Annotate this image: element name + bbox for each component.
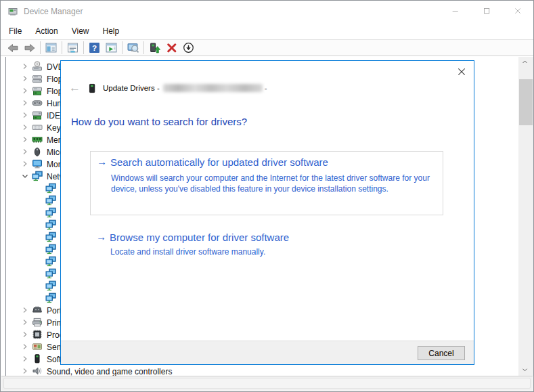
console-tree-icon <box>45 42 57 53</box>
forward-button[interactable] <box>21 41 38 56</box>
help-button[interactable]: ? <box>86 41 103 56</box>
menu-action[interactable]: Action <box>28 24 64 39</box>
chevron-collapsed-icon[interactable] <box>20 73 30 84</box>
help-icon: ? <box>89 42 100 53</box>
network-adapter-icon <box>45 183 56 194</box>
dialog-heading: How do you want to search for drivers? <box>71 116 247 127</box>
toolbar-divider <box>40 41 41 54</box>
back-button[interactable] <box>4 41 21 56</box>
chevron-collapsed-icon[interactable] <box>20 329 30 340</box>
title-bar: Device Manager <box>1 1 533 22</box>
window-title: Device Manager <box>24 7 83 16</box>
network-adapter-icon <box>45 219 56 230</box>
disable-icon <box>183 42 194 53</box>
chevron-collapsed-icon[interactable] <box>20 366 30 376</box>
chevron-collapsed-icon[interactable] <box>20 97 30 108</box>
network-adapter-icon <box>32 171 43 181</box>
redacted-device-name <box>163 84 263 92</box>
chevron-up-icon <box>522 59 530 67</box>
network-adapter-icon <box>45 292 56 303</box>
option-browse-computer[interactable]: →Browse my computer for driver softwareL… <box>90 227 443 269</box>
scroll-down-button[interactable] <box>518 364 533 376</box>
sensor-icon <box>32 341 43 352</box>
printer-icon <box>32 317 43 328</box>
chevron-collapsed-icon[interactable] <box>20 305 30 315</box>
dialog-close-button[interactable] <box>455 65 468 79</box>
menu-view[interactable]: View <box>65 24 96 39</box>
chevron-collapsed-icon[interactable] <box>20 110 30 121</box>
keyboard-icon <box>32 122 43 133</box>
device-manager-window: Device Manager File Action View Help ? D… <box>0 0 534 392</box>
scroll-up-button[interactable] <box>518 57 533 68</box>
chevron-collapsed-icon[interactable] <box>20 85 30 96</box>
action-pane-icon <box>106 42 117 53</box>
chevron-collapsed-icon[interactable] <box>20 134 30 145</box>
network-adapter-icon <box>45 268 56 279</box>
toolbar: ? <box>1 39 533 56</box>
scrollbar-thumb[interactable] <box>519 79 533 125</box>
toolbar-divider <box>62 41 62 54</box>
toolbar-divider <box>143 41 144 54</box>
chevron-collapsed-icon[interactable] <box>20 158 30 169</box>
chevron-collapsed-icon[interactable] <box>20 317 30 328</box>
action-pane-button[interactable] <box>103 41 120 56</box>
dialog-title-suffix: - <box>265 84 267 92</box>
option-title[interactable]: Search automatically for updated driver … <box>110 156 328 168</box>
hid-icon <box>32 97 43 108</box>
tree-row[interactable]: Sound, video and game controllers <box>6 365 533 376</box>
chevron-collapsed-icon[interactable] <box>20 341 30 352</box>
back-icon <box>7 43 19 53</box>
dialog-header: ← Update Drivers - - <box>69 81 267 95</box>
menu-file[interactable]: File <box>2 24 28 39</box>
toolbar-divider <box>122 41 123 54</box>
software-device-icon <box>88 82 97 95</box>
device-manager-icon <box>7 6 18 17</box>
close-button[interactable] <box>502 1 533 22</box>
menu-bar: File Action View Help <box>1 22 533 39</box>
vertical-scrollbar[interactable] <box>518 57 533 376</box>
memory-icon <box>32 134 43 145</box>
scan-hardware-button[interactable] <box>125 41 141 56</box>
chevron-expanded-icon[interactable] <box>20 171 30 181</box>
option-description: Locate and install driver software manua… <box>110 246 431 257</box>
network-adapter-icon <box>45 195 56 206</box>
properties-button[interactable] <box>64 41 81 56</box>
option-search-automatically[interactable]: →Search automatically for updated driver… <box>90 151 443 215</box>
minimize-icon <box>451 7 460 16</box>
chevron-collapsed-icon[interactable] <box>20 61 30 72</box>
floppy-controller-icon <box>32 85 43 96</box>
arrow-right-icon: → <box>97 156 107 167</box>
toolbar-divider <box>83 41 84 54</box>
close-icon <box>514 7 522 16</box>
cancel-button[interactable]: Cancel <box>418 346 465 360</box>
properties-icon <box>67 42 79 53</box>
uninstall-icon <box>166 42 177 53</box>
maximize-icon <box>483 7 491 16</box>
status-bar <box>1 376 533 391</box>
chevron-collapsed-icon[interactable] <box>20 122 30 133</box>
dialog-footer: Cancel <box>61 341 474 364</box>
network-adapter-icon <box>45 280 56 291</box>
floppy-drive-icon <box>32 73 43 84</box>
minimize-button[interactable] <box>440 1 471 22</box>
status-bar-text <box>3 378 531 389</box>
back-arrow-icon[interactable]: ← <box>69 81 84 95</box>
option-description: Windows will search your computer and th… <box>111 173 432 194</box>
option-title[interactable]: Browse my computer for driver software <box>110 232 289 243</box>
menu-help[interactable]: Help <box>96 24 127 39</box>
chevron-down-icon <box>522 366 530 374</box>
ports-icon <box>32 305 43 315</box>
svg-text:?: ? <box>92 43 97 52</box>
maximize-button[interactable] <box>471 1 502 22</box>
uninstall-button[interactable] <box>163 41 180 56</box>
update-driver-button[interactable] <box>146 41 163 56</box>
chevron-collapsed-icon[interactable] <box>20 353 30 364</box>
chevron-collapsed-icon[interactable] <box>20 146 30 157</box>
software-device-icon <box>32 353 43 364</box>
console-tree-button[interactable] <box>43 41 60 56</box>
update-driver-icon <box>149 42 160 53</box>
disable-button[interactable] <box>180 41 197 56</box>
ide-controller-icon <box>32 110 43 121</box>
close-icon <box>457 67 467 77</box>
arrow-right-icon: → <box>96 231 106 242</box>
